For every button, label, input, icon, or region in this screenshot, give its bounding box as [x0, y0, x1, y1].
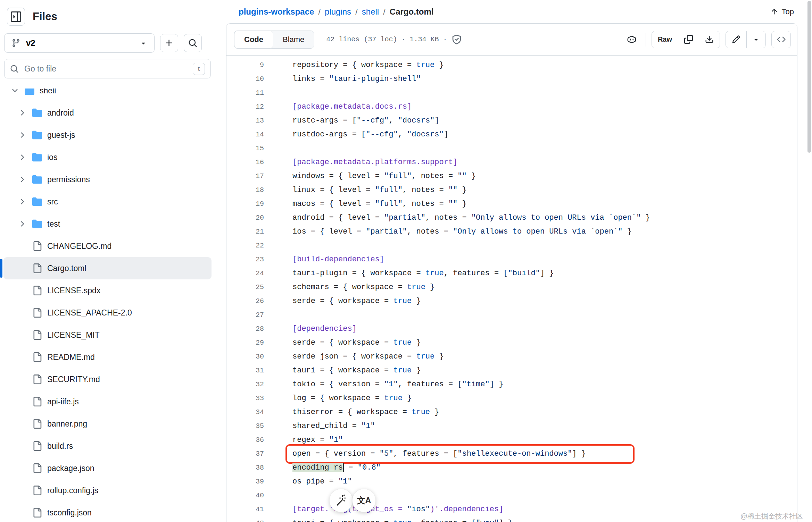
breadcrumb-separator: /: [318, 7, 321, 17]
tree-folder-shell[interactable]: shell: [3, 89, 212, 102]
line-number-39[interactable]: 39: [226, 475, 264, 489]
line-number-29[interactable]: 29: [226, 336, 264, 350]
line-number-16[interactable]: 16: [226, 155, 264, 169]
branch-name: v2: [26, 38, 35, 48]
code-line-content: [target.'cfg(target_os = "ios")'.depende…: [264, 503, 503, 516]
line-number-20[interactable]: 20: [226, 211, 264, 225]
line-number-27[interactable]: 27: [226, 308, 264, 322]
line-number-40[interactable]: 40: [226, 489, 264, 503]
tree-file-CHANGELOG.md[interactable]: CHANGELOG.md: [3, 235, 212, 257]
line-number-15[interactable]: 15: [226, 142, 264, 155]
line-number-32[interactable]: 32: [226, 378, 264, 392]
tree-file-banner.png[interactable]: banner.png: [3, 413, 212, 435]
line-number-13[interactable]: 13: [226, 114, 264, 128]
tree-file-LICENSE_APACHE-2.0[interactable]: LICENSE_APACHE-2.0: [3, 302, 212, 324]
edit-options-dropdown[interactable]: [746, 31, 765, 48]
tree-item-label: LICENSE.spdx: [47, 286, 100, 295]
line-number-37[interactable]: 37: [226, 447, 264, 461]
tree-file-api-iife.js[interactable]: api-iife.js: [3, 390, 212, 413]
tab-code[interactable]: Code: [234, 31, 273, 49]
tree-file-README.md[interactable]: README.md: [3, 346, 212, 368]
code-line-24: 24tauri-plugin = { workspace = true, fea…: [226, 267, 797, 280]
line-number-12[interactable]: 12: [226, 100, 264, 114]
line-number-33[interactable]: 33: [226, 392, 264, 405]
line-number-30[interactable]: 30: [226, 350, 264, 364]
tree-folder-permissions[interactable]: permissions: [3, 168, 212, 191]
line-number-21[interactable]: 21: [226, 225, 264, 239]
add-file-button[interactable]: [160, 34, 178, 52]
code-line-content: macos = { level = "full", notes = "" }: [264, 197, 467, 211]
line-number-14[interactable]: 14: [226, 128, 264, 142]
line-number-28[interactable]: 28: [226, 322, 264, 336]
translate-button[interactable]: 文A: [352, 489, 376, 512]
breadcrumb-link-plugins-workspace[interactable]: plugins-workspace: [239, 7, 314, 17]
line-number-23[interactable]: 23: [226, 253, 264, 267]
tree-file-rollup.config.js[interactable]: rollup.config.js: [3, 479, 212, 502]
ai-assistant-button[interactable]: [329, 489, 353, 512]
copy-raw-button[interactable]: [678, 31, 699, 48]
line-number-17[interactable]: 17: [226, 169, 264, 183]
tree-file-tsconfig.json[interactable]: tsconfig.json: [3, 502, 212, 522]
line-number-26[interactable]: 26: [226, 294, 264, 308]
tree-file-LICENSE_MIT[interactable]: LICENSE_MIT: [3, 324, 212, 346]
line-number-22[interactable]: 22: [226, 239, 264, 253]
line-number-41[interactable]: 41: [226, 503, 264, 516]
triangle-down-icon: [140, 39, 147, 47]
line-number-25[interactable]: 25: [226, 280, 264, 294]
line-number-11[interactable]: 11: [226, 86, 264, 100]
tree-search-button[interactable]: [184, 34, 202, 52]
line-number-19[interactable]: 19: [226, 197, 264, 211]
line-number-42[interactable]: 42: [226, 516, 264, 522]
search-icon: [188, 39, 197, 48]
code-line-content: log = { workspace = true }: [264, 392, 412, 405]
code-line-content: rustdoc-args = ["--cfg", "docsrs"]: [264, 128, 448, 142]
tab-blame[interactable]: Blame: [273, 31, 314, 48]
line-number-31[interactable]: 31: [226, 364, 264, 378]
code-line-content: [264, 239, 292, 253]
code-line-26: 26serde = { workspace = true }: [226, 294, 797, 308]
code-line-40: 40: [226, 489, 797, 503]
tree-item-label: src: [47, 197, 58, 207]
code-line-content: rustc-args = ["--cfg", "docsrs"]: [264, 114, 439, 128]
code-line-content: [264, 142, 292, 155]
line-number-18[interactable]: 18: [226, 183, 264, 197]
line-number-38[interactable]: 38: [226, 461, 264, 475]
scrollbar-thumb[interactable]: [807, 1, 811, 153]
branch-selector[interactable]: v2: [4, 33, 155, 53]
sidebar-collapse-button[interactable]: [7, 8, 25, 26]
tree-folder-ios[interactable]: ios: [3, 146, 212, 168]
symbols-panel-button[interactable]: [771, 31, 791, 48]
edit-file-button[interactable]: [726, 31, 746, 48]
tree-file-LICENSE.spdx[interactable]: LICENSE.spdx: [3, 279, 212, 302]
code-line-14: 14rustdoc-args = ["--cfg", "docsrs"]: [226, 128, 797, 142]
copilot-button[interactable]: [623, 31, 640, 48]
line-number-34[interactable]: 34: [226, 405, 264, 419]
file-header-toolbar: Code Blame 42 lines (37 loc) · 1.34 KB ·…: [226, 24, 797, 56]
sidebar-header: Files: [0, 0, 215, 29]
tree-folder-test[interactable]: test: [3, 213, 212, 235]
line-number-10[interactable]: 10: [226, 72, 264, 86]
line-number-36[interactable]: 36: [226, 433, 264, 447]
tree-folder-android[interactable]: android: [3, 102, 212, 124]
tree-folder-src[interactable]: src: [3, 191, 212, 213]
tree-file-SECURITY.md[interactable]: SECURITY.md: [3, 368, 212, 390]
scroll-to-top-button[interactable]: Top: [770, 7, 794, 16]
download-button[interactable]: [699, 31, 720, 48]
file-icon: [32, 241, 42, 251]
line-number-35[interactable]: 35: [226, 419, 264, 433]
raw-button[interactable]: Raw: [652, 31, 678, 48]
file-icon: [32, 463, 42, 473]
go-to-file-input[interactable]: Go to file t: [4, 59, 211, 78]
line-number-9[interactable]: 9: [226, 58, 264, 72]
breadcrumb-separator: /: [383, 7, 386, 17]
code-line-content: [package.metadata.docs.rs]: [264, 100, 412, 114]
tree-file-package.json[interactable]: package.json: [3, 457, 212, 479]
tree-folder-guest-js[interactable]: guest-js: [3, 124, 212, 146]
tree-file-Cargo.toml[interactable]: Cargo.toml: [3, 257, 212, 279]
tree-file-build.rs[interactable]: build.rs: [3, 435, 212, 457]
line-number-24[interactable]: 24: [226, 267, 264, 280]
breadcrumb-link-shell[interactable]: shell: [362, 7, 379, 17]
breadcrumb-link-plugins[interactable]: plugins: [325, 7, 351, 17]
code-line-content: [dependencies]: [264, 322, 357, 336]
file-icon: [32, 397, 42, 406]
